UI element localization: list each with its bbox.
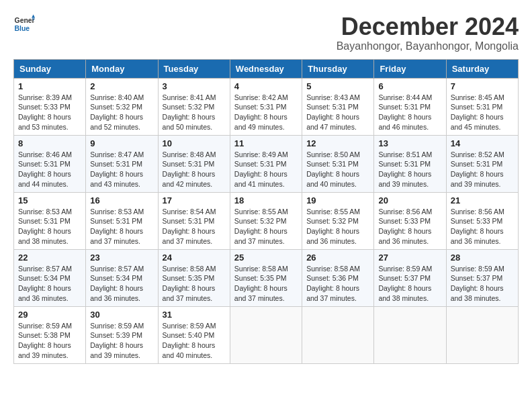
- calendar-cell: 5Sunrise: 8:43 AMSunset: 5:31 PMDaylight…: [302, 78, 374, 135]
- day-detail: Sunrise: 8:43 AMSunset: 5:31 PMDaylight:…: [306, 93, 369, 132]
- calendar-cell: [446, 306, 518, 363]
- day-number: 27: [378, 253, 441, 263]
- day-number: 9: [90, 138, 153, 148]
- day-detail: Sunrise: 8:59 AMSunset: 5:37 PMDaylight:…: [451, 264, 514, 304]
- day-number: 26: [306, 253, 369, 263]
- week-row-3: 15Sunrise: 8:53 AMSunset: 5:31 PMDayligh…: [14, 192, 519, 249]
- day-detail: Sunrise: 8:53 AMSunset: 5:31 PMDaylight:…: [90, 207, 153, 246]
- day-detail: Sunrise: 8:57 AMSunset: 5:34 PMDaylight:…: [18, 264, 81, 304]
- calendar-cell: [302, 306, 374, 363]
- calendar-cell: 7Sunrise: 8:45 AMSunset: 5:31 PMDaylight…: [446, 78, 518, 135]
- calendar-cell: 29Sunrise: 8:59 AMSunset: 5:38 PMDayligh…: [14, 306, 86, 363]
- day-number: 5: [306, 81, 369, 91]
- day-detail: Sunrise: 8:51 AMSunset: 5:31 PMDaylight:…: [378, 150, 441, 189]
- day-detail: Sunrise: 8:59 AMSunset: 5:40 PMDaylight:…: [163, 321, 226, 361]
- day-detail: Sunrise: 8:45 AMSunset: 5:31 PMDaylight:…: [451, 93, 514, 132]
- day-number: 18: [234, 195, 298, 205]
- calendar-cell: [230, 306, 302, 363]
- calendar-cell: 6Sunrise: 8:44 AMSunset: 5:31 PMDaylight…: [374, 78, 446, 135]
- calendar-cell: 25Sunrise: 8:58 AMSunset: 5:35 PMDayligh…: [230, 249, 302, 306]
- calendar-cell: 15Sunrise: 8:53 AMSunset: 5:31 PMDayligh…: [14, 192, 86, 249]
- calendar-cell: 13Sunrise: 8:51 AMSunset: 5:31 PMDayligh…: [374, 135, 446, 192]
- week-row-5: 29Sunrise: 8:59 AMSunset: 5:38 PMDayligh…: [14, 306, 519, 363]
- calendar-cell: 14Sunrise: 8:52 AMSunset: 5:31 PMDayligh…: [446, 135, 518, 192]
- calendar-cell: [374, 306, 446, 363]
- week-row-2: 8Sunrise: 8:46 AMSunset: 5:31 PMDaylight…: [14, 135, 519, 192]
- title-block: December 2024 Bayanhongor, Bayanhongor, …: [337, 13, 519, 52]
- day-detail: Sunrise: 8:49 AMSunset: 5:31 PMDaylight:…: [234, 150, 298, 189]
- calendar-table: SundayMondayTuesdayWednesdayThursdayFrid…: [13, 59, 519, 364]
- day-detail: Sunrise: 8:50 AMSunset: 5:31 PMDaylight:…: [306, 150, 369, 189]
- day-number: 13: [378, 138, 441, 148]
- logo-icon: General Blue: [13, 13, 35, 35]
- calendar-cell: 19Sunrise: 8:55 AMSunset: 5:32 PMDayligh…: [302, 192, 374, 249]
- day-detail: Sunrise: 8:47 AMSunset: 5:31 PMDaylight:…: [90, 150, 153, 189]
- calendar-cell: 26Sunrise: 8:58 AMSunset: 5:36 PMDayligh…: [302, 249, 374, 306]
- calendar-cell: 1Sunrise: 8:39 AMSunset: 5:33 PMDaylight…: [14, 78, 86, 135]
- calendar-cell: 22Sunrise: 8:57 AMSunset: 5:34 PMDayligh…: [14, 249, 86, 306]
- weekday-header-thursday: Thursday: [302, 59, 374, 78]
- day-detail: Sunrise: 8:55 AMSunset: 5:32 PMDaylight:…: [234, 207, 298, 246]
- day-number: 14: [451, 138, 514, 148]
- day-detail: Sunrise: 8:52 AMSunset: 5:31 PMDaylight:…: [451, 150, 514, 189]
- calendar-cell: 27Sunrise: 8:59 AMSunset: 5:37 PMDayligh…: [374, 249, 446, 306]
- calendar-cell: 18Sunrise: 8:55 AMSunset: 5:32 PMDayligh…: [230, 192, 302, 249]
- location: Bayanhongor, Bayanhongor, Mongolia: [337, 40, 519, 52]
- day-number: 19: [306, 195, 369, 205]
- day-number: 22: [18, 253, 81, 263]
- day-detail: Sunrise: 8:56 AMSunset: 5:33 PMDaylight:…: [378, 207, 441, 246]
- day-detail: Sunrise: 8:53 AMSunset: 5:31 PMDaylight:…: [18, 207, 81, 246]
- calendar-cell: 8Sunrise: 8:46 AMSunset: 5:31 PMDaylight…: [14, 135, 86, 192]
- calendar-cell: 28Sunrise: 8:59 AMSunset: 5:37 PMDayligh…: [446, 249, 518, 306]
- day-detail: Sunrise: 8:58 AMSunset: 5:36 PMDaylight:…: [306, 264, 369, 304]
- day-detail: Sunrise: 8:46 AMSunset: 5:31 PMDaylight:…: [18, 150, 81, 189]
- day-detail: Sunrise: 8:56 AMSunset: 5:33 PMDaylight:…: [451, 207, 514, 246]
- day-detail: Sunrise: 8:48 AMSunset: 5:31 PMDaylight:…: [163, 150, 226, 189]
- day-detail: Sunrise: 8:58 AMSunset: 5:35 PMDaylight:…: [163, 264, 226, 304]
- day-number: 31: [163, 310, 226, 320]
- day-number: 25: [234, 253, 298, 263]
- logo: General Blue: [13, 13, 35, 35]
- weekday-header-monday: Monday: [86, 59, 158, 78]
- week-row-1: 1Sunrise: 8:39 AMSunset: 5:33 PMDaylight…: [14, 78, 519, 135]
- weekday-header-row: SundayMondayTuesdayWednesdayThursdayFrid…: [14, 59, 519, 78]
- day-detail: Sunrise: 8:58 AMSunset: 5:35 PMDaylight:…: [234, 264, 298, 304]
- day-number: 24: [163, 253, 226, 263]
- day-detail: Sunrise: 8:57 AMSunset: 5:34 PMDaylight:…: [90, 264, 153, 304]
- day-number: 6: [378, 81, 441, 91]
- calendar-cell: 3Sunrise: 8:41 AMSunset: 5:32 PMDaylight…: [158, 78, 230, 135]
- day-number: 2: [90, 81, 153, 91]
- week-row-4: 22Sunrise: 8:57 AMSunset: 5:34 PMDayligh…: [14, 249, 519, 306]
- calendar-cell: 21Sunrise: 8:56 AMSunset: 5:33 PMDayligh…: [446, 192, 518, 249]
- day-detail: Sunrise: 8:59 AMSunset: 5:37 PMDaylight:…: [378, 264, 441, 304]
- day-number: 4: [234, 81, 298, 91]
- svg-text:Blue: Blue: [15, 25, 30, 32]
- day-number: 8: [18, 138, 81, 148]
- weekday-header-tuesday: Tuesday: [158, 59, 230, 78]
- calendar-cell: 10Sunrise: 8:48 AMSunset: 5:31 PMDayligh…: [158, 135, 230, 192]
- calendar-cell: 4Sunrise: 8:42 AMSunset: 5:31 PMDaylight…: [230, 78, 302, 135]
- day-number: 11: [234, 138, 298, 148]
- weekday-header-sunday: Sunday: [14, 59, 86, 78]
- day-number: 17: [163, 195, 226, 205]
- day-detail: Sunrise: 8:59 AMSunset: 5:39 PMDaylight:…: [90, 321, 153, 361]
- day-detail: Sunrise: 8:41 AMSunset: 5:32 PMDaylight:…: [163, 93, 226, 132]
- calendar-cell: 20Sunrise: 8:56 AMSunset: 5:33 PMDayligh…: [374, 192, 446, 249]
- day-number: 10: [163, 138, 226, 148]
- day-number: 3: [163, 81, 226, 91]
- month-title: December 2024: [337, 13, 519, 40]
- calendar-cell: 17Sunrise: 8:54 AMSunset: 5:31 PMDayligh…: [158, 192, 230, 249]
- day-number: 12: [306, 138, 369, 148]
- weekday-header-saturday: Saturday: [446, 59, 518, 78]
- weekday-header-friday: Friday: [374, 59, 446, 78]
- day-detail: Sunrise: 8:39 AMSunset: 5:33 PMDaylight:…: [18, 93, 81, 132]
- day-number: 16: [90, 195, 153, 205]
- day-number: 20: [378, 195, 441, 205]
- calendar-cell: 16Sunrise: 8:53 AMSunset: 5:31 PMDayligh…: [86, 192, 158, 249]
- calendar-cell: 23Sunrise: 8:57 AMSunset: 5:34 PMDayligh…: [86, 249, 158, 306]
- svg-text:General: General: [15, 17, 35, 24]
- day-detail: Sunrise: 8:40 AMSunset: 5:32 PMDaylight:…: [90, 93, 153, 132]
- day-number: 21: [451, 195, 514, 205]
- day-number: 15: [18, 195, 81, 205]
- day-number: 29: [18, 310, 81, 320]
